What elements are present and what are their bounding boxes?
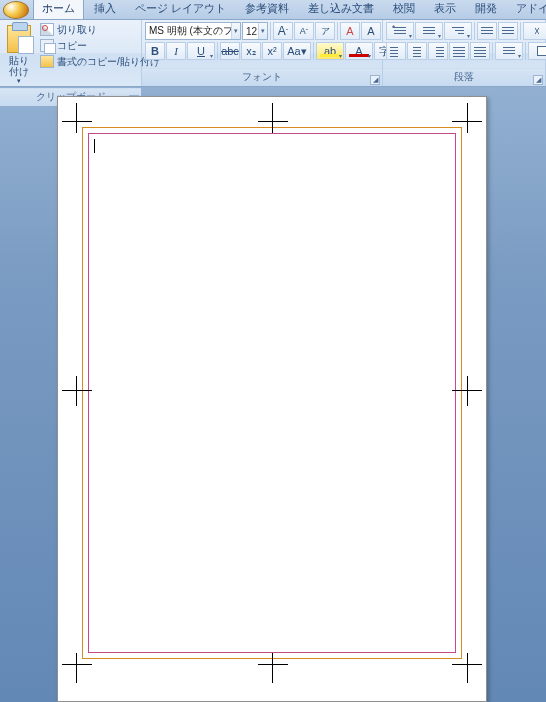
- crop-mark: [62, 390, 92, 391]
- justify-button[interactable]: [449, 42, 469, 60]
- superscript-button[interactable]: x²: [262, 42, 282, 60]
- shrink-font-button[interactable]: Aˇ: [294, 22, 314, 40]
- line-spacing-button[interactable]: ▾: [495, 42, 523, 60]
- copy-icon: [40, 39, 54, 52]
- crop-mark: [76, 653, 77, 683]
- font-launcher[interactable]: ◢: [370, 75, 380, 85]
- separator: [337, 22, 338, 40]
- copy-label: コピー: [57, 39, 87, 53]
- ribbon: 貼り付け ▾ 切り取り コピー 書式のコピー/貼り付け クリップボード: [0, 20, 546, 87]
- tab-insert[interactable]: 挿入: [85, 0, 125, 19]
- document-page[interactable]: [57, 96, 487, 702]
- increase-indent-button[interactable]: [498, 22, 518, 40]
- tab-addins[interactable]: アドイン: [507, 0, 546, 19]
- tab-references[interactable]: 参考資料: [236, 0, 298, 19]
- align-center-button[interactable]: [407, 42, 427, 60]
- tab-developer[interactable]: 開発: [466, 0, 506, 19]
- tab-home[interactable]: ホーム: [33, 0, 84, 19]
- separator: [270, 22, 271, 40]
- tab-view[interactable]: 表示: [425, 0, 465, 19]
- tab-mailings[interactable]: 差し込み文書: [299, 0, 383, 19]
- asian-layout-button[interactable]: ☓▾: [523, 22, 546, 40]
- distribute-button[interactable]: [470, 42, 490, 60]
- font-size-value: 12: [243, 26, 258, 37]
- align-right-button[interactable]: [428, 42, 448, 60]
- office-button[interactable]: [3, 1, 29, 19]
- char-border-button[interactable]: A: [361, 22, 381, 40]
- tab-strip: ホーム 挿入 ページ レイアウト 参考資料 差し込み文書 校閲 表示 開発 アド…: [0, 0, 546, 20]
- crop-mark: [258, 664, 288, 665]
- multilevel-list-button[interactable]: ▾: [444, 22, 472, 40]
- highlight-button[interactable]: ab▾: [316, 42, 344, 60]
- group-font: MS 明朝 (本文のフォン ▾ 12 ▾ Aˆ Aˇ ア A A B I U▾: [142, 20, 383, 86]
- group-clipboard: 貼り付け ▾ 切り取り コピー 書式のコピー/貼り付け クリップボード: [0, 20, 142, 86]
- crop-mark: [467, 376, 468, 406]
- chevron-down-icon[interactable]: ▾: [258, 23, 267, 39]
- decrease-indent-button[interactable]: [477, 22, 497, 40]
- grow-font-button[interactable]: Aˆ: [273, 22, 293, 40]
- font-color-button[interactable]: A▾: [345, 42, 373, 60]
- crop-mark: [272, 103, 273, 133]
- tab-review[interactable]: 校閲: [384, 0, 424, 19]
- font-size-combo[interactable]: 12 ▾: [242, 22, 268, 40]
- crop-mark: [467, 103, 468, 133]
- crop-mark: [258, 121, 288, 122]
- bold-button[interactable]: B: [145, 42, 165, 60]
- page-border-inner: [88, 133, 456, 653]
- phonetic-guide-button[interactable]: ア: [315, 22, 335, 40]
- scissors-icon: [40, 23, 54, 36]
- group-paragraph: ▾ ▾ ▾ ☓▾ A↓ ▾ ▾ ▾: [383, 20, 546, 86]
- font-name-value: MS 明朝 (本文のフォン: [146, 24, 231, 38]
- crop-mark: [62, 121, 92, 122]
- shading-button[interactable]: ▾: [528, 42, 546, 60]
- font-name-combo[interactable]: MS 明朝 (本文のフォン ▾: [145, 22, 241, 40]
- separator: [313, 42, 314, 60]
- chevron-down-icon[interactable]: ▾: [231, 23, 240, 39]
- paste-icon: [7, 25, 31, 53]
- group-font-title: フォント ◢: [142, 68, 382, 86]
- italic-button[interactable]: I: [166, 42, 186, 60]
- paste-label: 貼り付け: [7, 55, 31, 77]
- paste-button[interactable]: 貼り付け ▾: [3, 22, 35, 88]
- clear-formatting-button[interactable]: A: [340, 22, 360, 40]
- crop-mark: [467, 653, 468, 683]
- brush-icon: [40, 55, 54, 68]
- separator: [492, 42, 493, 60]
- tab-layout[interactable]: ページ レイアウト: [126, 0, 235, 19]
- crop-mark: [62, 664, 92, 665]
- separator: [520, 22, 521, 40]
- crop-mark: [76, 376, 77, 406]
- change-case-button[interactable]: Aa▾: [283, 42, 311, 60]
- numbering-button[interactable]: ▾: [415, 22, 443, 40]
- bullets-button[interactable]: ▾: [386, 22, 414, 40]
- paste-dropdown-arrow[interactable]: ▾: [17, 77, 21, 85]
- strikethrough-button[interactable]: abc: [220, 42, 240, 60]
- paragraph-launcher[interactable]: ◢: [533, 75, 543, 85]
- text-cursor: [94, 139, 95, 153]
- document-workspace: [0, 87, 546, 702]
- separator: [525, 42, 526, 60]
- subscript-button[interactable]: x₂: [241, 42, 261, 60]
- group-paragraph-title: 段落 ◢: [383, 68, 545, 86]
- separator: [217, 42, 218, 60]
- crop-mark: [76, 103, 77, 133]
- underline-button[interactable]: U▾: [187, 42, 215, 60]
- separator: [474, 22, 475, 40]
- cut-label: 切り取り: [57, 23, 97, 37]
- align-left-button[interactable]: [386, 42, 406, 60]
- crop-mark: [272, 653, 273, 683]
